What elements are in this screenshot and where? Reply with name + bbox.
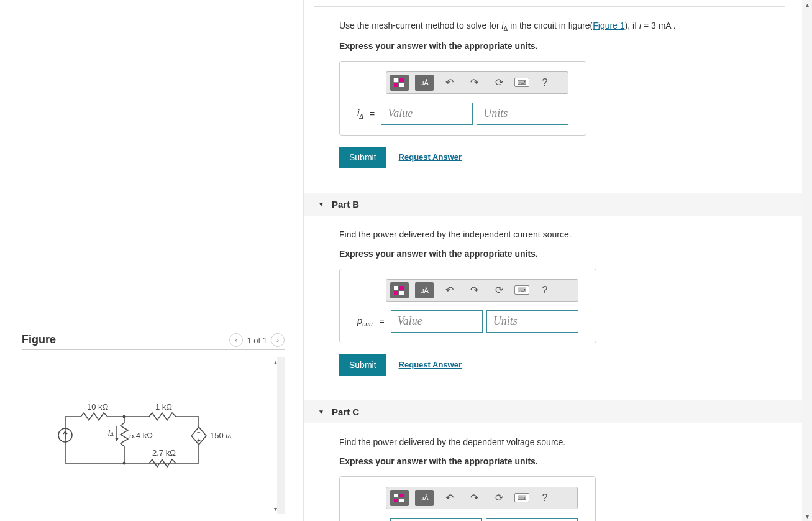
part-c-units-input[interactable] <box>486 518 578 521</box>
chevron-down-icon: ▼ <box>318 201 324 208</box>
part-c-instruction: Find the power delivered by the dependen… <box>339 436 785 449</box>
undo-icon[interactable]: ↶ <box>440 490 458 506</box>
part-c-answer-box: μÅ ↶ ↷ ⟳ ⌨ ? pdep = <box>339 476 596 521</box>
part-a-var: iΔ <box>357 108 363 120</box>
help-icon[interactable]: ? <box>536 282 554 298</box>
part-a-value-input[interactable] <box>381 103 473 125</box>
help-icon[interactable]: ? <box>536 75 554 91</box>
part-a: Use the mesh-current method to solve for… <box>304 7 812 180</box>
part-c: ▼ Part C Find the power delivered by the… <box>304 400 812 521</box>
svg-text:−: − <box>197 429 201 436</box>
part-a-express: Express your answer with the appropriate… <box>339 41 785 51</box>
part-b-answer-box: μÅ ↶ ↷ ⟳ ⌨ ? pcurr = <box>339 269 596 343</box>
svg-rect-16 <box>399 499 404 502</box>
svg-rect-15 <box>394 499 398 502</box>
reset-icon[interactable]: ⟳ <box>490 75 508 91</box>
scroll-up-icon[interactable]: ▴ <box>274 359 277 366</box>
part-b-value-input[interactable] <box>391 310 483 333</box>
part-c-express: Express your answer with the appropriate… <box>339 456 785 466</box>
figure-pane: Figure ‹ 1 of 1 › ▴ ▾ 10 kΩ 1 kΩ <box>0 0 304 521</box>
part-a-answer-box: μÅ ↶ ↷ ⟳ ⌨ ? iΔ = <box>339 61 586 136</box>
svg-rect-7 <box>394 83 398 87</box>
reset-icon[interactable]: ⟳ <box>490 490 508 506</box>
undo-icon[interactable]: ↶ <box>440 282 458 298</box>
part-b-request-link[interactable]: Request Answer <box>399 360 462 369</box>
content-pane: ▴▾ Use the mesh-current method to solve … <box>304 0 812 521</box>
reset-icon[interactable]: ⟳ <box>490 282 508 298</box>
keyboard-icon[interactable]: ⌨ <box>514 285 529 295</box>
idelta-label: iΔ <box>108 428 114 438</box>
units-icon[interactable]: μÅ <box>415 75 434 91</box>
part-b-units-input[interactable] <box>486 310 578 333</box>
svg-rect-12 <box>399 291 404 295</box>
part-b-submit-button[interactable]: Submit <box>339 354 386 376</box>
svg-rect-9 <box>394 286 398 290</box>
scroll-down-icon[interactable]: ▾ <box>274 505 277 512</box>
svg-rect-6 <box>399 78 404 82</box>
redo-icon[interactable]: ↷ <box>465 282 483 298</box>
figure-nav-label: 1 of 1 <box>247 336 267 345</box>
part-a-instruction: Use the mesh-current method to solve for… <box>339 19 785 34</box>
undo-icon[interactable]: ↶ <box>440 75 458 91</box>
chevron-down-icon: ▼ <box>318 408 324 415</box>
part-a-request-link[interactable]: Request Answer <box>399 152 462 162</box>
answer-toolbar: μÅ ↶ ↷ ⟳ ⌨ ? <box>386 71 568 94</box>
figure-nav: ‹ 1 of 1 › <box>229 333 285 347</box>
part-a-submit-button[interactable]: Submit <box>339 147 386 168</box>
template-icon[interactable] <box>390 490 409 506</box>
template-icon[interactable] <box>390 282 409 298</box>
answer-toolbar: μÅ ↶ ↷ ⟳ ⌨ ? <box>386 279 578 302</box>
keyboard-icon[interactable]: ⌨ <box>514 78 529 87</box>
depsrc-label: 150 iΔ <box>210 431 231 440</box>
r2-label: 1 kΩ <box>155 402 172 412</box>
r1-label: 10 kΩ <box>87 402 109 412</box>
r3-label: 5.4 kΩ <box>129 431 153 440</box>
units-icon[interactable]: μÅ <box>415 282 434 298</box>
figure-title: Figure <box>22 333 56 346</box>
svg-point-3 <box>123 415 126 418</box>
part-b-instruction: Find the power delivered by the independ… <box>339 228 785 241</box>
r4-label: 2.7 kΩ <box>152 448 176 458</box>
figure-body: ▴ ▾ 10 kΩ 1 kΩ − + 150 iΔ <box>22 357 285 514</box>
figure-divider <box>22 349 285 350</box>
help-icon[interactable]: ? <box>536 490 554 506</box>
template-icon[interactable] <box>390 75 409 91</box>
part-c-header[interactable]: ▼ Part C <box>304 400 812 423</box>
svg-rect-10 <box>399 286 404 290</box>
svg-rect-5 <box>394 78 398 82</box>
svg-rect-14 <box>399 494 404 497</box>
figure-next-button[interactable]: › <box>271 333 285 347</box>
part-b: ▼ Part B Find the power delivered by the… <box>304 193 812 388</box>
part-a-units-input[interactable] <box>477 103 568 125</box>
answer-toolbar: μÅ ↶ ↷ ⟳ ⌨ ? <box>386 487 578 509</box>
part-c-value-input[interactable] <box>390 518 482 521</box>
circuit-diagram: 10 kΩ 1 kΩ − + 150 iΔ i <box>56 401 255 482</box>
redo-icon[interactable]: ↷ <box>465 75 483 91</box>
units-icon[interactable]: μÅ <box>415 490 434 506</box>
part-b-var: pcurr <box>357 315 373 328</box>
redo-icon[interactable]: ↷ <box>465 490 483 506</box>
svg-rect-11 <box>394 291 398 295</box>
figure-link[interactable]: Figure 1 <box>593 21 624 30</box>
svg-text:+: + <box>197 437 201 444</box>
svg-rect-8 <box>399 83 404 87</box>
figure-prev-button[interactable]: ‹ <box>229 333 243 347</box>
part-b-express: Express your answer with the appropriate… <box>339 249 785 259</box>
svg-rect-13 <box>394 494 398 497</box>
equals: = <box>370 109 375 119</box>
right-scrollbar[interactable]: ▴▾ <box>802 0 812 521</box>
keyboard-icon[interactable]: ⌨ <box>514 493 529 502</box>
part-b-header[interactable]: ▼ Part B <box>304 193 812 216</box>
